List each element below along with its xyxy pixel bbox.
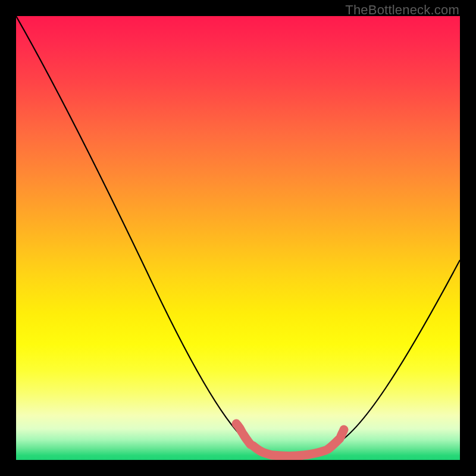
- hl-seg-3: [273, 450, 325, 456]
- bottleneck-curve: [16, 16, 460, 454]
- optimal-zone-highlight: [236, 424, 344, 456]
- chart-frame: TheBottleneck.com: [0, 0, 476, 476]
- hl-seg-5: [341, 430, 344, 436]
- hl-seg-4: [328, 439, 340, 449]
- curves-layer: [16, 16, 460, 460]
- watermark-text: TheBottleneck.com: [345, 2, 459, 18]
- plot-area: [16, 16, 460, 460]
